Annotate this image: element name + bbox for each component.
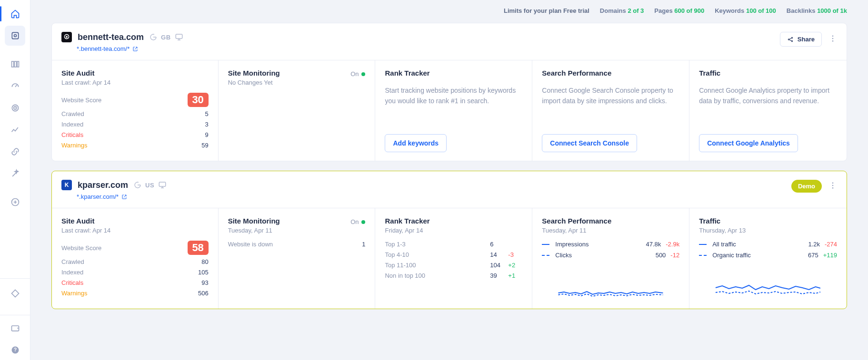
panel-title: Search Performance [542,217,679,225]
svg-point-13 [788,39,789,39]
desktop-icon [175,33,183,41]
panel-subtitle: No Changes Yet [228,79,366,86]
connect-search-console-button[interactable]: Connect Search Console [542,134,637,152]
svg-point-15 [791,40,792,41]
nav-wallet-icon[interactable] [0,318,30,338]
rank-row: Top 4-1014-3 [385,251,522,258]
monitoring-status: On [350,70,365,78]
project-card: K kparser.com US *.kparser.com/* [51,171,847,309]
rank-row: Top 11-100104+2 [385,262,522,269]
nav-project-icon[interactable] [5,26,25,46]
traffic-chart [699,282,837,300]
left-nav: ? [0,0,30,360]
panel-title: Traffic [699,69,837,77]
svg-point-20 [832,182,834,184]
clicks-row: Clicks500-12 [542,252,679,259]
traffic-panel: Traffic Thursday, Apr 13 All traffic1.2k… [689,208,847,309]
google-icon [150,33,157,41]
external-link-icon [121,194,127,200]
svg-point-14 [791,37,792,38]
svg-point-21 [832,185,834,186]
svg-rect-0 [12,32,18,39]
connect-google-analytics-button[interactable]: Connect Google Analytics [699,134,798,152]
domain-name: bennett-tea.com [78,32,144,42]
panel-description: Connect Google Search Console property t… [542,86,679,106]
nav-home-icon[interactable] [0,4,30,24]
panel-title: Rank Tracker [385,69,522,77]
site-monitoring-panel: Site Monitoring On Tuesday, Apr 11 Websi… [219,208,376,309]
demo-badge: Demo [791,180,822,193]
domain-meta: US [134,181,167,189]
active-indicator [0,6,1,21]
country-code: US [145,182,154,189]
panel-title: Site Monitoring [228,217,280,225]
svg-point-1 [14,35,16,37]
nav-add-icon[interactable] [0,192,30,212]
panel-subtitle: Last crawl: Apr 14 [61,79,209,86]
svg-point-22 [832,187,834,189]
limits-backlinks: Backlinks 1000 of 1k [787,7,847,14]
panel-subtitle: Thursday, Apr 13 [699,227,837,234]
nav-help-icon[interactable]: ? [0,340,30,360]
nav-link-icon[interactable] [0,142,30,162]
panel-description: Connect Google Analytics property to imp… [699,86,837,106]
add-keywords-button[interactable]: Add keywords [385,134,447,152]
svg-rect-2 [11,61,13,67]
share-icon [787,36,794,43]
card-menu-button[interactable] [828,34,837,44]
nav-columns-icon[interactable] [0,54,30,74]
project-card: ⦿ bennett-tea.com GB *.bennett-tea.com/* [51,23,847,161]
nav-speed-icon[interactable] [0,76,30,96]
panel-title: Rank Tracker [385,217,522,225]
favicon: ⦿ [61,32,72,42]
nav-diamond-icon[interactable] [0,283,30,303]
subdomain-link[interactable]: *.kparser.com/* [77,193,167,200]
limits-domains: Domains 2 of 3 [600,7,644,14]
search-performance-panel: Search Performance Connect Google Search… [532,60,689,161]
plan-limits: Limits for your plan Free trial Domains … [51,7,847,14]
rank-tracker-panel: Rank Tracker Start tracking website posi… [375,60,532,161]
site-monitoring-panel: Site Monitoring On No Changes Yet [219,60,376,161]
site-audit-panel: Site Audit Last crawl: Apr 14 Website Sc… [52,208,219,309]
google-icon [134,181,141,189]
panel-title: Traffic [699,217,837,225]
search-performance-panel: Search Performance Tuesday, Apr 11 Impre… [532,208,689,309]
nav-radar-icon[interactable] [0,98,30,118]
svg-point-18 [832,40,834,42]
line-legend-dashed-icon [699,255,707,256]
line-legend-solid-icon [542,244,549,245]
limits-pages: Pages 600 of 900 [654,7,704,14]
domain-meta: GB [150,33,183,41]
desktop-icon [158,181,167,189]
svg-text:?: ? [13,347,16,352]
favicon: K [61,180,72,190]
panel-description: Start tracking website positions by keyw… [385,86,522,106]
card-menu-button[interactable] [828,181,837,191]
nav-trend-icon[interactable] [0,120,30,140]
line-legend-solid-icon [699,244,707,245]
svg-rect-4 [17,61,19,67]
search-performance-chart [542,284,679,300]
panel-title: Site Monitoring [228,69,280,77]
panel-title: Site Audit [61,217,209,225]
domain-name: kparser.com [78,180,128,190]
svg-point-17 [832,38,834,39]
country-code: GB [161,34,171,41]
panel-title: Site Audit [61,69,209,77]
nav-magic-icon[interactable] [0,164,30,184]
panel-title: Search Performance [542,69,679,77]
main-content: Limits for your plan Free trial Domains … [30,0,868,360]
subdomain-link[interactable]: *.bennett-tea.com/* [77,45,183,52]
panel-subtitle: Friday, Apr 14 [385,227,522,234]
rank-row: Non in top 10039+1 [385,272,522,279]
impressions-row: Impressions47.8k-2.9k [542,241,679,248]
svg-point-16 [832,35,834,37]
rank-row: Top 1-36 [385,241,522,248]
all-traffic-row: All traffic1.2k-274 [699,241,837,248]
line-legend-dashed-icon [542,255,549,256]
panel-subtitle: Tuesday, Apr 11 [542,227,679,234]
share-button[interactable]: Share [780,32,822,47]
website-score: 30 [188,93,209,107]
limits-lead: Limits for your plan Free trial [504,7,589,14]
svg-rect-19 [159,182,166,186]
